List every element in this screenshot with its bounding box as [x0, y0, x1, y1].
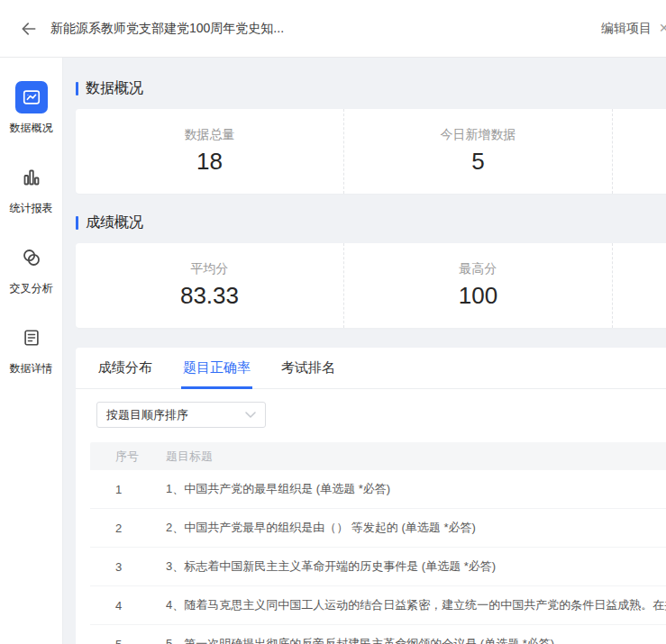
stat-label: 今日新增数据	[441, 127, 516, 143]
stat-label: 平均分	[191, 261, 229, 277]
sidebar-item-report[interactable]: 统计报表	[10, 161, 53, 216]
stat-label: 最高分	[460, 261, 497, 277]
stat-today-new-data: 今日新增数据 5	[344, 109, 613, 194]
question-table: 序号 题目标题 1 1、中国共产党的最早组织是 (单选题 *必答) 2 2、中国…	[90, 442, 666, 644]
back-button[interactable]	[18, 18, 40, 40]
table-header-row: 序号 题目标题	[90, 442, 666, 470]
analysis-card: 成绩分布 题目正确率 考试排名 按题目顺序排序 序号 题目标题 1 1、中国共产…	[76, 348, 666, 644]
row-index: 2	[90, 522, 166, 535]
row-index: 3	[90, 560, 166, 574]
cross-analysis-icon	[15, 241, 48, 274]
question-title: 3、标志着中国新民主主义革命开端的历史事件是 (单选题 *必答)	[166, 558, 666, 575]
top-bar: 新能源系教师党支部建党100周年党史知... 编辑项目 ✕	[0, 0, 666, 58]
tab-question-accuracy[interactable]: 题目正确率	[181, 348, 252, 389]
row-index: 1	[90, 483, 166, 496]
stat-empty-column	[613, 243, 666, 328]
section-title-text: 成绩概况	[86, 213, 143, 232]
score-overview-card: 平均分 83.33 最高分 100	[76, 243, 666, 328]
question-title: 4、随着马克思主义同中国工人运动的结合日益紧密，建立统一的中国共产党的条件日益成…	[166, 597, 666, 613]
stat-value: 100	[459, 282, 497, 310]
project-title: 新能源系教师党支部建党100周年党史知...	[50, 21, 284, 37]
data-overview-card: 数据总量 18 今日新增数据 5	[76, 109, 666, 194]
sidebar-item-data-overview[interactable]: 数据概况	[10, 81, 53, 136]
bar-chart-icon	[15, 161, 48, 194]
title-accent-bar	[76, 216, 78, 230]
row-index: 5	[90, 638, 166, 644]
data-overview-icon	[15, 81, 48, 113]
arrow-left-icon	[20, 20, 38, 38]
sort-order-value: 按题目顺序排序	[106, 407, 188, 423]
table-row[interactable]: 3 3、标志着中国新民主主义革命开端的历史事件是 (单选题 *必答)	[90, 548, 666, 586]
sidebar: 数据概况 统计报表 交叉分析	[0, 58, 63, 644]
sidebar-item-data-detail[interactable]: 数据详情	[10, 322, 53, 376]
sidebar-item-cross-analysis[interactable]: 交叉分析	[10, 241, 53, 296]
data-detail-icon	[15, 322, 48, 354]
stat-label: 数据总量	[185, 127, 235, 143]
row-index: 4	[90, 599, 166, 612]
question-title: 2、中国共产党最早的组织是由（） 等发起的 (单选题 *必答)	[166, 520, 666, 536]
header-question-title: 题目标题	[166, 449, 666, 465]
section-title-data-overview: 数据概况	[76, 79, 666, 98]
sidebar-label: 数据详情	[10, 361, 53, 376]
stat-highest-score: 最高分 100	[344, 243, 613, 328]
tab-score-distribution[interactable]: 成绩分布	[96, 348, 154, 389]
section-title-score-overview: 成绩概况	[76, 213, 666, 232]
table-row[interactable]: 5 5、第一次明确提出彻底的反帝反封建民主革命纲领的会议是 (单选题 *必答)	[90, 625, 666, 644]
sidebar-label: 交叉分析	[10, 281, 53, 296]
section-title-text: 数据概况	[86, 79, 143, 98]
close-icon[interactable]: ✕	[659, 21, 666, 35]
sort-order-dropdown[interactable]: 按题目顺序排序	[96, 402, 266, 428]
table-row[interactable]: 1 1、中国共产党的最早组织是 (单选题 *必答)	[90, 470, 666, 509]
sidebar-label: 统计报表	[10, 201, 53, 216]
sidebar-label: 数据概况	[10, 121, 53, 136]
table-row[interactable]: 2 2、中国共产党最早的组织是由（） 等发起的 (单选题 *必答)	[90, 509, 666, 548]
tabs-bar: 成绩分布 题目正确率 考试排名	[76, 348, 666, 389]
main-content: 数据概况 数据总量 18 今日新增数据 5 成绩概况 平均分 83.33 最高	[63, 58, 666, 644]
edit-project-link[interactable]: 编辑项目	[601, 21, 652, 37]
stat-value: 83.33	[180, 282, 239, 310]
title-accent-bar	[76, 82, 78, 95]
stat-total-data: 数据总量 18	[76, 109, 344, 194]
stat-value: 18	[196, 148, 223, 176]
header-index: 序号	[90, 449, 166, 465]
chevron-down-icon	[245, 412, 256, 419]
table-row[interactable]: 4 4、随着马克思主义同中国工人运动的结合日益紧密，建立统一的中国共产党的条件日…	[90, 586, 666, 625]
stat-value: 5	[471, 148, 484, 176]
stat-average-score: 平均分 83.33	[76, 243, 344, 328]
question-title: 5、第一次明确提出彻底的反帝反封建民主革命纲领的会议是 (单选题 *必答)	[166, 636, 666, 644]
stat-empty-column	[613, 109, 666, 194]
question-title: 1、中国共产党的最早组织是 (单选题 *必答)	[166, 481, 666, 497]
topbar-actions: 编辑项目	[601, 21, 666, 37]
tab-exam-ranking[interactable]: 考试排名	[279, 348, 337, 389]
